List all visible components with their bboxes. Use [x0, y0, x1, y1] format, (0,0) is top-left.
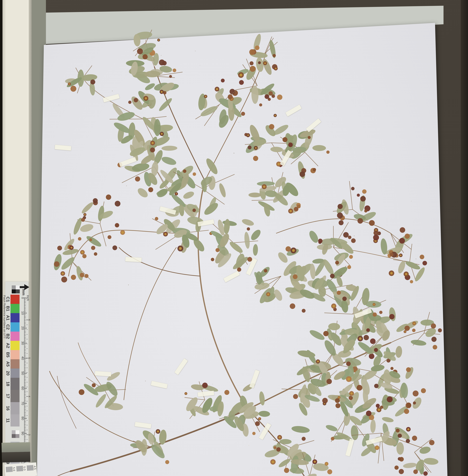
herbarium-scan: UiO:Natural History Museum University of…: [0, 0, 468, 476]
pressed-plant-specimen: [0, 0, 468, 476]
